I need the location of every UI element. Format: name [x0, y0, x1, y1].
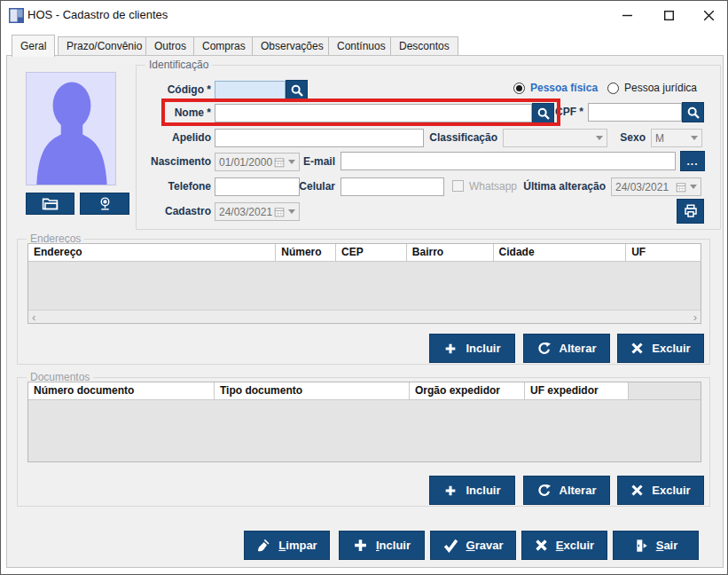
identification-legend: Identificação: [145, 59, 212, 71]
column-header-orgao-expedidor[interactable]: Orgão expedidor: [410, 382, 525, 400]
plus-icon: [353, 538, 368, 553]
documents-table: Número documento Tipo documento Orgão ex…: [27, 382, 701, 462]
minimize-icon: [622, 11, 632, 20]
nascimento-label: Nascimento: [90, 153, 211, 171]
refresh-icon: [537, 342, 552, 356]
telefone-label: Telefone: [90, 177, 211, 196]
broom-icon: [256, 539, 270, 553]
minimize-button[interactable]: [607, 1, 647, 29]
cpf-input[interactable]: [588, 103, 682, 122]
search-icon: [290, 83, 304, 98]
folder-icon: [42, 197, 59, 210]
tab-strip: Geral Prazo/Convênio Outros Compras Obse…: [1, 29, 727, 56]
column-header-uf[interactable]: UF: [626, 244, 701, 262]
tab-geral[interactable]: Geral: [12, 35, 55, 57]
column-header-bairro[interactable]: Bairro: [407, 244, 494, 262]
pessoa-fisica-label: Pessoa física: [530, 82, 598, 94]
header-filler: [629, 382, 701, 400]
cpf-search-button[interactable]: [682, 102, 704, 122]
plus-icon: [443, 342, 458, 356]
column-header-numero[interactable]: Número: [276, 244, 336, 262]
documents-incluir-button[interactable]: Incluir: [429, 476, 515, 505]
codigo-search-button[interactable]: [286, 80, 308, 100]
classificacao-dropdown: [503, 129, 607, 147]
ultima-alteracao-date-field: 24/03/2021: [611, 177, 701, 196]
addresses-horizontal-scrollbar[interactable]: ‹ ›: [28, 310, 701, 323]
close-button[interactable]: [689, 1, 728, 29]
maximize-icon: [664, 11, 674, 20]
documents-table-header: Número documento Tipo documento Orgão ex…: [28, 382, 701, 400]
x-icon: [535, 539, 548, 552]
addresses-alterar-button[interactable]: Alterar: [523, 334, 610, 363]
email-more-button[interactable]: ...: [680, 151, 705, 171]
calendar-icon: [676, 182, 686, 193]
chevron-down-icon: [288, 209, 295, 214]
apelido-label: Apelido: [90, 129, 211, 147]
cadastro-label: Cadastro: [90, 202, 211, 221]
sair-button[interactable]: Sair: [613, 531, 699, 560]
x-icon: [630, 342, 644, 355]
email-input[interactable]: [341, 152, 676, 170]
tab-compras[interactable]: Compras: [193, 36, 254, 56]
nascimento-value: 01/01/2000: [219, 156, 274, 169]
documents-alterar-button[interactable]: Alterar: [523, 476, 610, 505]
nome-input[interactable]: [215, 104, 532, 122]
codigo-label: Código *: [90, 81, 211, 99]
printer-icon: [683, 203, 699, 219]
email-label: E-mail: [267, 153, 335, 171]
print-button[interactable]: [677, 199, 704, 224]
limpar-button[interactable]: Limpar: [244, 531, 330, 560]
column-header-cep[interactable]: CEP: [336, 244, 407, 262]
codigo-input[interactable]: [215, 81, 286, 99]
search-icon: [686, 106, 701, 120]
check-icon: [443, 538, 458, 553]
incluir-button[interactable]: Incluir: [339, 531, 425, 560]
chevron-down-icon: [690, 185, 697, 189]
ultima-alteracao-value: 24/03/2021: [615, 181, 676, 193]
column-header-uf-expedidor[interactable]: UF expedidor: [525, 382, 629, 400]
pessoa-juridica-radio[interactable]: [607, 83, 619, 94]
tab-descontos[interactable]: Descontos: [390, 36, 458, 56]
nome-label: Nome *: [90, 104, 211, 122]
x-icon: [630, 484, 644, 497]
ellipsis-icon: ...: [686, 155, 698, 168]
chevron-down-icon: [596, 136, 603, 140]
addresses-table: Endereço Número CEP Bairro Cidade UF ‹ ›: [27, 243, 701, 324]
sexo-dropdown: M: [651, 129, 702, 147]
plus-icon: [443, 484, 458, 498]
tab-outros[interactable]: Outros: [145, 36, 195, 56]
sexo-value: M: [655, 132, 691, 145]
sexo-label: Sexo: [605, 129, 646, 147]
documents-excluir-button[interactable]: Excluir: [617, 476, 704, 505]
cadastro-value: 24/03/2021: [219, 206, 274, 218]
addresses-excluir-button[interactable]: Excluir: [617, 334, 704, 363]
title-bar: HOS - Cadastro de clientes: [1, 1, 727, 29]
addresses-incluir-button[interactable]: Incluir: [429, 334, 515, 363]
exit-door-icon: [634, 539, 648, 553]
column-header-endereco[interactable]: Endereço: [28, 244, 276, 262]
gravar-button[interactable]: Gravar: [430, 531, 516, 560]
tab-prazo-convenio[interactable]: Prazo/Convênio: [58, 36, 151, 56]
column-header-tipo-documento[interactable]: Tipo documento: [215, 382, 410, 400]
celular-label: Celular: [267, 177, 335, 196]
tab-continuos[interactable]: Contínuos: [328, 36, 395, 56]
pessoa-fisica-radio[interactable]: [513, 83, 525, 94]
tab-observacoes[interactable]: Observações: [252, 36, 333, 56]
apelido-input[interactable]: [215, 129, 424, 147]
cadastro-date-field: 24/03/2021: [215, 202, 300, 221]
refresh-icon: [537, 484, 552, 498]
app-window: HOS - Cadastro de clientes Geral Prazo/C…: [0, 0, 728, 575]
maximize-button[interactable]: [649, 1, 689, 29]
scroll-right-arrow-icon[interactable]: ›: [693, 311, 697, 324]
excluir-button[interactable]: Excluir: [521, 531, 607, 560]
scroll-left-arrow-icon[interactable]: ‹: [32, 311, 35, 324]
ultima-alteracao-label: Última alteração: [506, 177, 606, 196]
column-header-numero-documento[interactable]: Número documento: [28, 382, 215, 400]
celular-input[interactable]: [341, 177, 444, 196]
classificacao-label: Classificação: [418, 129, 497, 147]
column-header-cidade[interactable]: Cidade: [494, 244, 627, 262]
radio-dot: [516, 85, 522, 91]
load-photo-button[interactable]: [26, 193, 74, 215]
pessoa-juridica-label: Pessoa jurídica: [624, 82, 697, 94]
cpf-label: CPF *: [533, 103, 583, 122]
